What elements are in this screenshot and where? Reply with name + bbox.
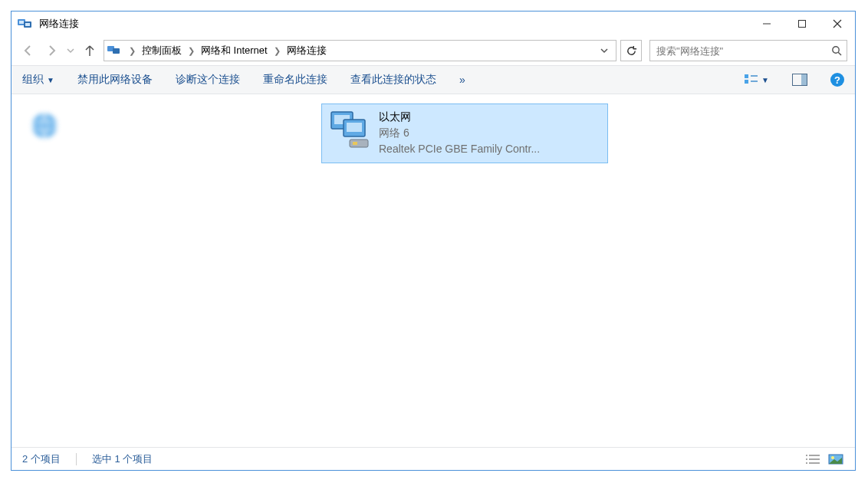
breadcrumb: ❯ 控制面板 ❯ 网络和 Internet ❯ 网络连接 — [124, 44, 327, 58]
selection-count: 选中 1 个项目 — [92, 452, 153, 466]
titlebar: 网络连接 — [12, 12, 855, 36]
details-view-button[interactable] — [804, 453, 821, 465]
minimize-button[interactable] — [749, 12, 784, 35]
address-bar[interactable]: ❯ 控制面板 ❯ 网络和 Internet ❯ 网络连接 — [104, 40, 616, 61]
svg-point-33 — [831, 456, 834, 459]
connection-item-ethernet[interactable]: 以太网 网络 6 Realtek PCIe GBE Family Contr..… — [321, 104, 608, 163]
breadcrumb-item[interactable]: 网络连接 — [287, 44, 327, 58]
maximize-button[interactable] — [784, 12, 820, 35]
history-dropdown[interactable] — [65, 41, 76, 60]
svg-rect-5 — [799, 21, 806, 28]
svg-rect-3 — [25, 23, 30, 26]
svg-rect-25 — [353, 142, 357, 145]
item-count: 2 个项目 — [22, 452, 61, 466]
help-button[interactable]: ? — [830, 73, 844, 87]
organize-label: 组织 — [22, 73, 44, 87]
svg-point-18 — [32, 113, 57, 138]
refresh-button[interactable] — [620, 40, 642, 61]
address-dropdown[interactable] — [596, 47, 613, 54]
svg-rect-1 — [19, 21, 24, 24]
network-adapter-icon — [29, 109, 72, 152]
chevron-down-icon: ▼ — [47, 76, 54, 84]
network-adapter-icon — [328, 109, 371, 152]
organize-menu[interactable]: 组织 ▼ — [22, 73, 54, 87]
connection-status: 网络 6 — [379, 125, 540, 141]
icons-view-button[interactable] — [827, 453, 844, 465]
disable-device-button[interactable]: 禁用此网络设备 — [77, 73, 153, 87]
content-area: 以太网 网络 6 Realtek PCIe GBE Family Contr..… — [12, 94, 855, 447]
connection-item[interactable] — [22, 104, 309, 163]
connection-name: 以太网 — [379, 109, 540, 125]
forward-button[interactable] — [42, 41, 61, 60]
rename-button[interactable]: 重命名此连接 — [263, 73, 327, 87]
preview-pane-button[interactable] — [792, 74, 807, 86]
address-icon — [107, 44, 121, 57]
chevron-down-icon: ▼ — [761, 76, 769, 84]
up-button[interactable] — [81, 41, 99, 60]
svg-rect-13 — [745, 80, 748, 84]
nav-row: ❯ 控制面板 ❯ 网络和 Internet ❯ 网络连接 — [12, 36, 855, 65]
search-box[interactable] — [649, 40, 847, 61]
diagnose-button[interactable]: 诊断这个连接 — [176, 73, 240, 87]
svg-rect-23 — [347, 123, 362, 132]
breadcrumb-item[interactable]: 网络和 Internet — [201, 44, 268, 58]
back-button[interactable] — [19, 41, 38, 60]
svg-rect-9 — [113, 48, 120, 54]
chevron-right-icon: ❯ — [269, 46, 285, 56]
connection-device: Realtek PCIe GBE Family Contr... — [379, 141, 540, 157]
svg-line-11 — [838, 52, 841, 55]
svg-point-10 — [833, 47, 839, 53]
search-icon[interactable] — [831, 45, 842, 56]
app-icon — [18, 18, 33, 30]
svg-rect-12 — [745, 74, 748, 78]
command-toolbar: 组织 ▼ 禁用此网络设备 诊断这个连接 重命名此连接 查看此连接的状态 » ▼ … — [12, 65, 855, 94]
view-options-button[interactable]: ▼ — [744, 74, 769, 86]
chevron-right-icon: ❯ — [124, 46, 140, 56]
svg-rect-24 — [350, 140, 368, 147]
search-input[interactable] — [655, 44, 831, 58]
svg-rect-17 — [801, 74, 807, 85]
window-title: 网络连接 — [39, 17, 79, 31]
window-controls — [749, 12, 855, 35]
breadcrumb-item[interactable]: 控制面板 — [142, 44, 182, 58]
statusbar: 2 个项目 选中 1 个项目 — [12, 447, 855, 470]
overflow-button[interactable]: » — [459, 74, 465, 86]
divider — [76, 453, 77, 465]
close-button[interactable] — [820, 12, 855, 35]
view-status-button[interactable]: 查看此连接的状态 — [350, 73, 436, 87]
chevron-right-icon: ❯ — [183, 46, 199, 56]
network-connections-window: 网络连接 — [11, 11, 856, 471]
